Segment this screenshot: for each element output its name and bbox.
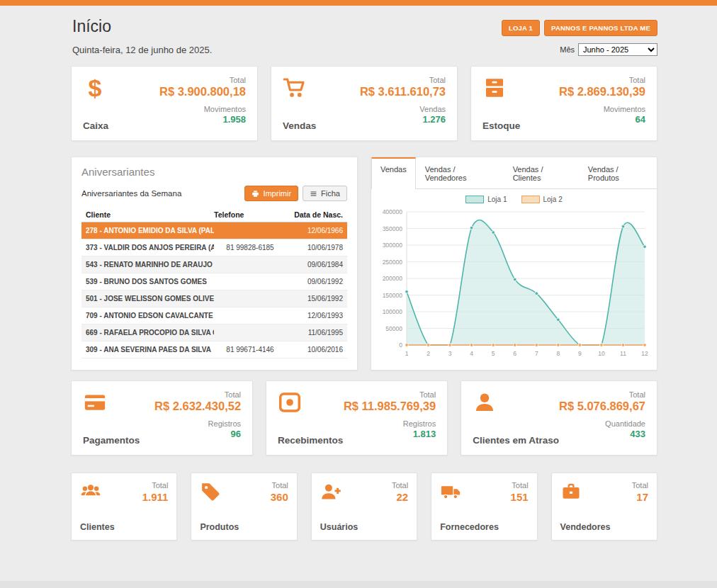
birthdays-table: ClienteTelefoneData de Nasc.278 - ANTONI…: [81, 208, 347, 358]
svg-text:150000: 150000: [383, 292, 403, 299]
month-select[interactable]: Junho - 2025: [578, 43, 657, 56]
count-value: 1.276: [360, 114, 446, 125]
card-vendedores: VendedoresTotal17: [551, 473, 657, 541]
svg-text:11: 11: [620, 350, 626, 357]
column-header-cliente: Cliente: [86, 210, 214, 219]
header-buttons: LOJA 1 PANNOS E PANNOS LTDA ME: [502, 20, 657, 36]
svg-text:6: 6: [513, 350, 516, 357]
birthdays-title: Aniversariantes: [72, 157, 357, 182]
card-caixa: $CaixaTotalR$ 3.900.800,18Movimentos1.95…: [71, 66, 258, 141]
top-accent-bar: [0, 0, 717, 6]
page-header: Início LOJA 1 PANNOS E PANNOS LTDA ME: [71, 16, 657, 36]
total-value: R$ 11.985.769,39: [344, 400, 436, 413]
birthday-row[interactable]: 669 - RAFAELA PROCOPIO DA SILVA CA...11/…: [81, 324, 347, 341]
svg-text:50000: 50000: [385, 325, 402, 332]
birthday-row[interactable]: 543 - RENATO MARINHO DE ARAUJO (F...09/0…: [81, 256, 347, 273]
box-icon: [482, 76, 507, 100]
birthdate-cell: 09/06/1984: [286, 261, 343, 268]
birthdate-cell: 15/06/1992: [286, 295, 343, 303]
svg-text:250000: 250000: [383, 259, 403, 266]
svg-text:300000: 300000: [383, 242, 403, 249]
page-title: Início: [72, 17, 111, 36]
total-value: R$ 5.076.869,67: [559, 400, 645, 413]
list-icon: [310, 190, 317, 198]
people-icon: [80, 481, 101, 502]
dollar-icon: $: [83, 76, 107, 100]
legend-label: Loja 2: [543, 196, 563, 203]
svg-text:1: 1: [405, 350, 409, 357]
card-label: Vendas: [283, 120, 316, 131]
client-cell: 709 - ANTONIO EDSON CAVALCANTE D...: [86, 312, 214, 320]
total-value: R$ 3.900.800,18: [159, 85, 246, 98]
column-header-data-de-nasc: Data de Nasc.: [286, 210, 343, 219]
column-header-telefone: Telefone: [214, 210, 286, 219]
birthday-row[interactable]: 539 - BRUNO DOS SANTOS GOMES09/06/1992: [81, 273, 347, 290]
tag-icon: [200, 481, 221, 502]
total-label: Total: [271, 481, 288, 490]
store-button[interactable]: LOJA 1: [502, 20, 540, 36]
summary-cards-row: $CaixaTotalR$ 3.900.800,18Movimentos1.95…: [71, 66, 657, 141]
company-button[interactable]: PANNOS E PANNOS LTDA ME: [544, 20, 657, 36]
total-value: 360: [271, 491, 288, 503]
user-plus-icon: [320, 481, 341, 502]
card-label: Clientes em Atraso: [473, 435, 559, 446]
month-label: Mês: [560, 45, 575, 54]
finance-cards-row: PagamentosTotalR$ 2.632.430,52Registros9…: [71, 380, 657, 456]
dashboard-page: Início LOJA 1 PANNOS E PANNOS LTDA ME Qu…: [71, 6, 657, 541]
svg-text:400000: 400000: [383, 208, 403, 215]
birthdate-cell: 12/06/1966: [286, 227, 343, 234]
credit-card-icon: [83, 390, 107, 414]
total-value: R$ 2.632.430,52: [154, 400, 241, 413]
svg-text:200000: 200000: [383, 275, 403, 282]
svg-text:7: 7: [535, 350, 538, 357]
card-pagamentos: PagamentosTotalR$ 2.632.430,52Registros9…: [71, 380, 253, 456]
svg-text:8: 8: [556, 350, 560, 357]
tab-vendas-vendedores[interactable]: Vendas / Vendedores: [416, 157, 504, 188]
total-label: Total: [159, 76, 246, 84]
card-clientes-em-atraso: Clientes em AtrasoTotalR$ 5.076.869,67Qu…: [461, 380, 657, 456]
footer-bar: [0, 581, 717, 588]
total-label: Total: [142, 481, 169, 490]
card-label: Pagamentos: [83, 435, 140, 446]
svg-text:4: 4: [470, 350, 473, 357]
svg-text:9: 9: [578, 350, 582, 357]
birthday-row[interactable]: 309 - ANA SEVERINA PAES DA SILVA81 99671…: [81, 341, 347, 358]
print-button-label: Imprimir: [263, 189, 291, 198]
ficha-button[interactable]: Ficha: [303, 186, 347, 201]
birthdate-cell: 10/06/1978: [286, 244, 343, 251]
tab-vendas-produtos[interactable]: Vendas / Produtos: [579, 157, 657, 188]
svg-text:350000: 350000: [383, 225, 403, 232]
total-label: Total: [632, 481, 648, 490]
card-clientes: ClientesTotal1.911: [71, 473, 177, 541]
client-cell: 501 - JOSE WELISSON GOMES OLIVEIR...: [86, 295, 214, 303]
card-label: Clientes: [80, 522, 115, 532]
client-cell: 669 - RAFAELA PROCOPIO DA SILVA CA...: [86, 329, 214, 337]
svg-text:2: 2: [427, 350, 430, 357]
birthday-row[interactable]: 709 - ANTONIO EDSON CAVALCANTE D...12/06…: [81, 307, 347, 324]
total-label: Total: [360, 76, 446, 84]
count-value: 433: [559, 429, 645, 439]
birthdays-toolbar: Aniversariantes da Semana Imprimir Ficha: [72, 182, 357, 208]
current-date: Quinta-feira, 12 de junho de 2025.: [72, 45, 212, 55]
total-label: Total: [559, 76, 645, 84]
birthday-row[interactable]: 278 - ANTONIO EMIDIO DA SILVA (PALE...12…: [81, 222, 347, 239]
card-recebimentos: RecebimentosTotalR$ 11.985.769,39Registr…: [266, 380, 448, 456]
client-cell: 278 - ANTONIO EMIDIO DA SILVA (PALE...: [86, 227, 214, 234]
print-button[interactable]: Imprimir: [244, 186, 298, 201]
card-fornecedores: FornecedoresTotal151: [431, 473, 537, 541]
card-produtos: ProdutosTotal360: [191, 473, 297, 541]
birthday-row[interactable]: 373 - VALDIR DOS ANJOS PEREIRA (AN...81 …: [81, 239, 347, 256]
date-row: Quinta-feira, 12 de junho de 2025. Mês J…: [71, 43, 657, 56]
birthday-row[interactable]: 501 - JOSE WELISSON GOMES OLIVEIR...15/0…: [81, 290, 347, 307]
tab-vendas[interactable]: Vendas: [371, 157, 416, 189]
phone-cell: 81 99671-4146: [214, 346, 286, 354]
sales-panel: VendasVendas / VendedoresVendas / Client…: [371, 157, 657, 371]
total-label: Total: [511, 481, 529, 490]
tab-vendas-clientes[interactable]: Vendas / Clientes: [504, 157, 579, 188]
count-label: Registros: [344, 419, 436, 428]
card-usu-rios: UsuáriosTotal22: [311, 473, 417, 541]
total-label: Total: [344, 390, 436, 399]
sales-chart: 0500001000001500002000002500003000003500…: [371, 205, 657, 363]
client-cell: 373 - VALDIR DOS ANJOS PEREIRA (AN...: [86, 244, 214, 251]
card-vendas: VendasTotalR$ 3.611.610,73Vendas1.276: [271, 66, 458, 141]
